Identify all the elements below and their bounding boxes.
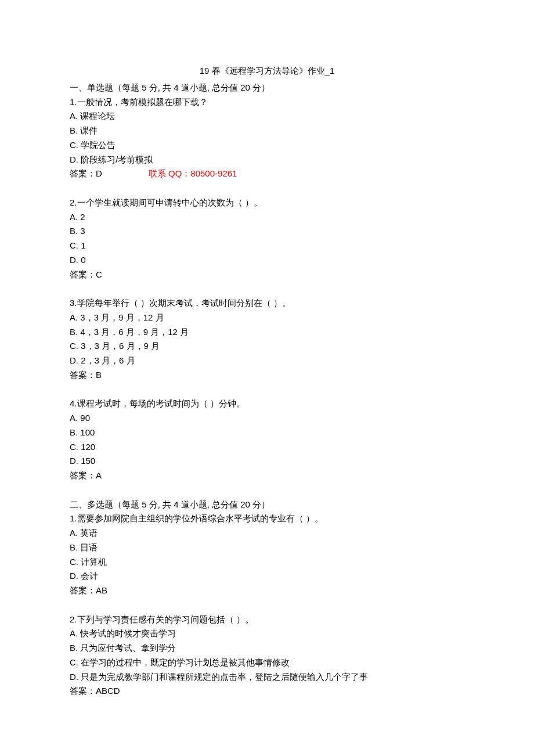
- answer-value: A: [96, 469, 102, 483]
- question-option: A. 快考试的时候才突击学习: [70, 627, 464, 641]
- answer-line: 答案：AB: [70, 584, 464, 598]
- answer-value: D: [96, 167, 102, 181]
- question-stem: 3.学院每年举行（ ）次期末考试，考试时间分别在（ ）。: [70, 296, 464, 311]
- answer-value: B: [96, 368, 102, 383]
- answer-value: C: [96, 268, 102, 282]
- question-option: B. 日语: [70, 541, 464, 555]
- contact-text: 联系 QQ：80500-9261: [149, 167, 237, 181]
- answer-label: 答案：: [70, 469, 96, 483]
- question-option: C. 计算机: [70, 555, 464, 570]
- answer-label: 答案：: [70, 584, 96, 598]
- spacer: [70, 483, 464, 498]
- question-stem: 4.课程考试时，每场的考试时间为（ ）分钟。: [70, 397, 464, 411]
- answer-label: 答案：: [70, 167, 96, 181]
- question-option: B. 4，3 月，6 月，9 月，12 月: [70, 325, 464, 340]
- question-option: B. 课件: [70, 124, 464, 138]
- answer-label: 答案：: [70, 268, 96, 282]
- answer-label: 答案：: [70, 684, 96, 699]
- question-option: C. 1: [70, 239, 464, 253]
- question-option: C. 在学习的过程中，既定的学习计划总是被其他事情修改: [70, 656, 464, 670]
- question-option: D. 150: [70, 454, 464, 469]
- question-option: D. 2，3 月，6 月: [70, 354, 464, 368]
- question-option: D. 阶段练习/考前模拟: [70, 153, 464, 167]
- section-header: 一、单选题（每题 5 分, 共 4 道小题, 总分值 20 分）: [70, 81, 464, 95]
- answer-line: 答案：B: [70, 368, 464, 383]
- question-stem: 2.一个学生就读期间可申请转中心的次数为（ ）。: [70, 196, 464, 210]
- question-option: B. 100: [70, 426, 464, 440]
- answer-label: 答案：: [70, 368, 96, 383]
- section-header: 二、多选题（每题 5 分, 共 4 道小题, 总分值 20 分）: [70, 498, 464, 512]
- question-option: B. 只为应付考试、拿到学分: [70, 641, 464, 656]
- question-stem: 1.一般情况，考前模拟题在哪下载？: [70, 95, 464, 110]
- question-option: C. 学院公告: [70, 138, 464, 153]
- answer-line: 答案：A: [70, 469, 464, 483]
- document-title: 19 春《远程学习方法导论》作业_1: [70, 64, 464, 78]
- spacer: [70, 181, 464, 196]
- question-option: A. 90: [70, 411, 464, 426]
- question-option: D. 会计: [70, 569, 464, 584]
- spacer: [70, 282, 464, 296]
- question-stem: 2.下列与学习责任感有关的学习问题包括（ ）。: [70, 613, 464, 627]
- question-option: C. 120: [70, 440, 464, 455]
- answer-value: ABCD: [96, 684, 120, 699]
- question-option: C. 3，3 月，6 月，9 月: [70, 339, 464, 354]
- answer-value: AB: [96, 584, 107, 598]
- question-option: A. 2: [70, 210, 464, 225]
- answer-line: 答案：C: [70, 268, 464, 282]
- spacer: [70, 383, 464, 397]
- question-option: D. 只是为完成教学部门和课程所规定的点击率，登陆之后随便输入几个字了事: [70, 670, 464, 685]
- question-option: D. 0: [70, 253, 464, 268]
- question-stem: 1.需要参加网院自主组织的学位外语综合水平考试的专业有（ ）。: [70, 512, 464, 526]
- question-option: A. 课程论坛: [70, 109, 464, 124]
- answer-line: 答案：D 联系 QQ：80500-9261: [70, 167, 464, 181]
- answer-line: 答案：ABCD: [70, 684, 464, 699]
- question-option: A. 3，3 月，9 月，12 月: [70, 311, 464, 325]
- spacer: [70, 598, 464, 613]
- question-option: B. 3: [70, 224, 464, 239]
- question-option: A. 英语: [70, 526, 464, 541]
